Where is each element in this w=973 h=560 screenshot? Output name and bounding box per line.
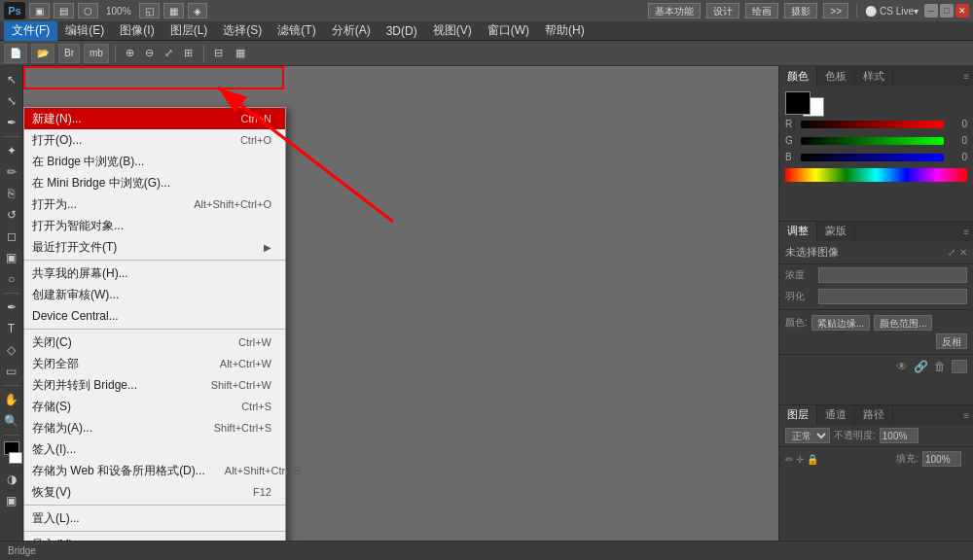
adjust-icon-1[interactable]: ⤢	[948, 247, 955, 258]
toolbar-arrange-icon[interactable]: ⊟	[210, 45, 228, 62]
menu-edit[interactable]: 编辑(E)	[57, 21, 112, 41]
workspace-design-btn[interactable]: 设计	[706, 3, 739, 18]
menu-open[interactable]: 打开(O)... Ctrl+O	[24, 129, 285, 151]
tool-zoom[interactable]: 🔍	[2, 411, 21, 431]
layers-options-btn[interactable]: ≡	[959, 405, 973, 425]
tool-crop[interactable]: ⤡	[2, 91, 21, 111]
menu-save-as[interactable]: 存储为(A)... Shift+Ctrl+S	[24, 417, 285, 438]
tool-hand[interactable]: ✋	[2, 390, 21, 409]
r-slider[interactable]	[801, 121, 944, 128]
workspace-drawing-btn[interactable]: 绘画	[745, 3, 778, 18]
tab-paths[interactable]: 路径	[855, 405, 893, 425]
tab-channels[interactable]: 通道	[817, 405, 855, 425]
menu-close[interactable]: 关闭(C) Ctrl+W	[24, 332, 285, 353]
menu-select[interactable]: 选择(S)	[215, 21, 270, 41]
minimize-btn[interactable]: ─	[924, 4, 938, 18]
maximize-btn[interactable]: □	[940, 4, 954, 18]
workspace-photo-btn[interactable]: 摄影	[784, 3, 817, 18]
tab-swatches[interactable]: 色板	[817, 66, 855, 86]
menu-checkin[interactable]: 签入(I)...	[24, 438, 285, 460]
toolbar-icon-1[interactable]: ⊕	[122, 45, 139, 62]
menu-open-smart[interactable]: 打开为智能对象...	[24, 215, 285, 236]
b-slider[interactable]	[801, 154, 944, 161]
toolbar-icon-3[interactable]: ⤢	[161, 45, 178, 62]
tool-history[interactable]: ↺	[2, 205, 21, 225]
adjust-options-btn[interactable]: ≡	[959, 222, 973, 241]
menu-revert[interactable]: 恢复(V) F12	[24, 481, 285, 503]
tab-adjustments[interactable]: 调整	[779, 222, 817, 241]
tab-styles[interactable]: 样式	[855, 66, 893, 86]
color-range-btn[interactable]: 颜色范围...	[874, 315, 932, 331]
menu-file[interactable]: 文件(F)	[4, 21, 57, 41]
menu-close-bridge[interactable]: 关闭并转到 Bridge... Shift+Ctrl+W	[24, 374, 285, 396]
panel-options-btn[interactable]: ≡	[959, 66, 973, 86]
menu-share-screen[interactable]: 共享我的屏幕(H)...	[24, 262, 285, 284]
menu-filter[interactable]: 滤镜(T)	[270, 21, 323, 41]
mask-thumbnail[interactable]	[952, 360, 967, 373]
menu-window[interactable]: 窗口(W)	[480, 21, 537, 41]
menu-image[interactable]: 图像(I)	[112, 21, 162, 41]
tool-eraser[interactable]: ◻	[2, 227, 21, 246]
tool-shape[interactable]: ▭	[2, 362, 21, 381]
tab-color[interactable]: 颜色	[779, 66, 817, 86]
menu-layer[interactable]: 图层(L)	[162, 21, 216, 41]
lock-icon[interactable]: ✏	[785, 454, 793, 465]
top-btn-2[interactable]: ▤	[54, 3, 74, 18]
tool-path[interactable]: ◇	[2, 340, 21, 360]
tool-selection[interactable]: ↖	[2, 70, 21, 89]
tool-pen[interactable]: ✒	[2, 298, 21, 317]
cs-live[interactable]: ⚪ CS Live▾	[865, 6, 919, 17]
toolbar-mini-bridge-btn[interactable]: mb	[84, 44, 109, 63]
toolbar-layout-icon[interactable]: ▦	[232, 45, 249, 62]
adjust-icon-2[interactable]: ✕	[959, 247, 967, 258]
workspace-basic-btn[interactable]: 基本功能	[648, 3, 701, 18]
lock-move-icon[interactable]: ✛	[796, 454, 804, 465]
fg-swatch[interactable]	[785, 91, 811, 115]
tool-dodge[interactable]: ○	[2, 269, 21, 289]
menu-new[interactable]: 新建(N)... Ctrl+N	[24, 108, 285, 129]
menu-analyze[interactable]: 分析(A)	[324, 21, 378, 41]
menu-save[interactable]: 存储(S) Ctrl+S	[24, 396, 285, 417]
tool-eyedropper[interactable]: ✒	[2, 113, 21, 132]
toolbar-open-btn[interactable]: 📂	[31, 44, 54, 63]
opacity-input[interactable]	[880, 428, 919, 443]
tool-healing[interactable]: ✦	[2, 141, 21, 160]
color-spectrum[interactable]	[785, 168, 967, 182]
fill-input[interactable]	[922, 451, 961, 467]
density-input[interactable]	[818, 267, 967, 283]
toolbar-bridge-btn[interactable]: Br	[58, 44, 80, 63]
top-btn-5[interactable]: ▦	[163, 3, 184, 18]
tool-gradient[interactable]: ▣	[2, 248, 21, 267]
trash-icon[interactable]: 🗑	[934, 360, 946, 373]
g-slider[interactable]	[801, 137, 944, 145]
menu-view[interactable]: 视图(V)	[425, 21, 480, 41]
menu-device-central[interactable]: Device Central...	[24, 305, 285, 327]
tab-layers[interactable]: 图层	[779, 405, 817, 425]
menu-bridge-browse[interactable]: 在 Bridge 中浏览(B)...	[24, 151, 285, 172]
feather-input[interactable]	[818, 289, 967, 304]
menu-recent[interactable]: 最近打开文件(T) ▶	[24, 236, 285, 258]
top-btn-1[interactable]: ▣	[29, 3, 50, 18]
menu-help[interactable]: 帮助(H)	[537, 21, 593, 41]
menu-mini-bridge[interactable]: 在 Mini Bridge 中浏览(G)...	[24, 172, 285, 193]
menu-import[interactable]: 导入(M) ▶	[24, 534, 285, 541]
workspace-more-btn[interactable]: >>	[823, 3, 848, 18]
tool-stamp[interactable]: ⎘	[2, 184, 21, 203]
bg-color-swatch[interactable]	[9, 452, 22, 464]
top-btn-3[interactable]: ⬡	[78, 3, 98, 18]
menu-3d[interactable]: 3D(D)	[378, 21, 425, 41]
tool-mask[interactable]: ◑	[2, 470, 21, 489]
tool-brush[interactable]: ✏	[2, 162, 21, 182]
menu-save-web[interactable]: 存储为 Web 和设备所用格式(D)... Alt+Shift+Ctrl+S	[24, 460, 285, 481]
menu-new-review[interactable]: 创建新审核(W)...	[24, 284, 285, 305]
tab-mask[interactable]: 蒙版	[817, 222, 855, 241]
mask-edge-btn[interactable]: 紧贴边缘...	[811, 315, 870, 331]
link-icon[interactable]: 🔗	[914, 360, 928, 373]
toolbar-icon-2[interactable]: ⊖	[141, 45, 159, 62]
tool-text[interactable]: T	[2, 319, 21, 338]
menu-close-all[interactable]: 关闭全部 Alt+Ctrl+W	[24, 353, 285, 374]
toolbar-new-btn[interactable]: 📄	[4, 44, 27, 63]
menu-place[interactable]: 置入(L)...	[24, 508, 285, 529]
invert-btn[interactable]: 反相	[936, 333, 967, 349]
close-btn[interactable]: ✕	[955, 4, 969, 18]
